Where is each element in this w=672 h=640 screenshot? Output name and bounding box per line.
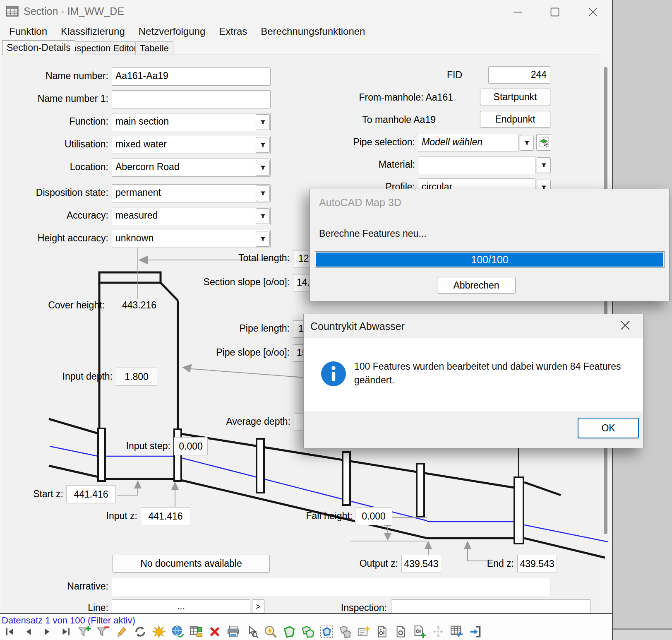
disposition-state-label: Disposition state: [8,187,108,198]
tab-section-details[interactable]: Section-Details [2,40,75,55]
info-dialog-close-icon[interactable] [617,318,633,333]
fid-field: 244 [488,66,550,84]
startpunkt-button[interactable]: Startpunkt [480,89,550,105]
progress-bar-track: 100/100 [315,251,665,268]
material-label: Material: [314,159,415,170]
utilisation-label: Utilisation: [8,139,108,150]
material-combo[interactable] [418,156,535,174]
filter-remove-icon[interactable] [96,625,110,638]
document-view-icon[interactable] [394,625,408,638]
total-length-label: Total length: [157,253,290,264]
function-label: Function: [8,116,108,127]
utilisation-combo[interactable]: mixed water [112,136,271,154]
record-status-text: Datensatz 1 von 100 (Filter aktiv) [2,615,135,626]
narrative-input[interactable] [112,578,550,596]
accuracy-combo[interactable]: measured [112,207,271,225]
end-z-box: 439.543 [517,555,557,573]
desktop-lower-strip [613,630,672,640]
location-combo[interactable]: Abercorn Road [112,159,271,177]
endpunkt-button[interactable]: Endpunkt [480,111,550,128]
function-combo[interactable]: main section [112,113,271,131]
globe-sync-icon[interactable] [171,625,184,638]
inspection-field[interactable] [391,599,591,613]
height-accuracy-label: Height accuracy: [8,233,108,244]
status-bar: Datensatz 1 von 100 (Filter aktiv) [0,613,612,640]
abbrechen-button[interactable]: Abbrechen [437,277,516,294]
record-next-icon[interactable] [41,625,54,638]
accuracy-dropdown-button[interactable] [256,208,270,224]
info-message: 100 Features wurden bearbeitet und dabei… [354,360,627,387]
fall-height-label: Fall height: [290,510,353,522]
height-accuracy-dropdown-button[interactable] [256,231,270,247]
feature-polygon-icon[interactable] [283,625,296,638]
input-step-box: 0.000 [174,437,208,455]
fid-label: FID [447,70,483,81]
utilisation-dropdown-button[interactable] [256,137,270,153]
location-label: Location: [8,161,108,173]
filter-add-icon[interactable] [78,625,91,638]
record-previous-icon[interactable] [22,625,35,638]
input-depth-box: 1.800 [116,368,157,386]
line-label: Line: [8,602,108,614]
name-number-input[interactable]: Aa161-Aa19 [112,67,271,86]
documents-button[interactable]: No documents available [113,555,270,573]
output-z-label: Output z: [348,558,398,569]
record-first-icon[interactable] [3,625,17,638]
inspection-label: Inspection: [286,602,387,614]
section-slope-label: Section slope [o/oo]: [157,277,290,288]
ok-button[interactable]: OK [578,418,639,438]
zoom-lightning-icon[interactable] [264,625,277,638]
edit-pencil-icon[interactable] [115,625,128,638]
form-fields-layer: Name number: Aa161-Aa19 Name number 1: F… [0,0,613,613]
table-settings-icon[interactable] [450,625,463,638]
input-step-label: Input step: [108,440,170,452]
progress-dialog: AutoCAD Map 3D Berechne Features neu... … [310,189,670,301]
pipe-slope-label: Pipe slope [o/oo]: [157,347,290,358]
note-create-icon[interactable] [357,625,370,638]
pipe-selection-combo[interactable]: Modell wählen [418,134,518,152]
input-z-label: Input z: [91,510,137,522]
material-dropdown-button[interactable] [537,157,551,173]
pipe-selection-label: Pipe selection: [314,137,415,148]
input-z-box: 441.416 [141,507,190,525]
copy-features-icon[interactable] [338,625,352,638]
pipe-selection-pick-button[interactable] [536,134,551,151]
location-dropdown-button[interactable] [256,160,270,176]
highlight-new-icon[interactable] [152,625,166,638]
record-last-icon[interactable] [59,625,72,638]
cover-height-value: 443.216 [122,300,156,311]
pipe-selection-dropdown-button[interactable] [520,135,534,151]
function-dropdown-button[interactable] [256,114,270,130]
print-icon[interactable] [227,625,240,638]
info-dialog: Countrykit Abwasser 100 Features wurden … [303,314,643,448]
document-add-icon[interactable] [413,625,426,638]
input-depth-label: Input depth: [33,371,113,382]
delete-icon[interactable] [208,625,221,638]
from-manhole-label: From-manhole: Aa161 [290,92,453,103]
table-layers-icon[interactable] [190,625,203,638]
progress-dialog-title: AutoCAD Map 3D [319,197,401,209]
document-stats-icon[interactable] [376,625,389,638]
progress-dialog-divider [310,215,669,215]
accuracy-label: Accuracy: [8,210,108,221]
fall-height-box: 0.000 [355,507,392,525]
name-number-1-label: Name number 1: [8,93,108,104]
name-number-label: Name number: [8,70,108,82]
select-inspect-icon[interactable] [245,625,259,638]
to-manhole-label: To manhole Aa19 [290,114,436,125]
name-number-1-input[interactable] [112,90,271,108]
feature-select-icon[interactable] [320,625,333,638]
start-z-label: Start z: [17,488,63,500]
feature-polygons-icon[interactable] [301,625,314,638]
progress-message: Berechne Features neu... [319,228,427,239]
narrative-label: Narrative: [8,581,108,592]
disposition-state-combo[interactable]: permanent [112,184,271,202]
disposition-state-dropdown-button[interactable] [256,185,270,201]
line-expand-button[interactable]: > [252,599,264,613]
align-disabled-icon[interactable] [432,625,445,638]
line-combo[interactable]: ... [112,599,250,613]
cover-height-label: Cover height: [25,300,105,311]
height-accuracy-combo[interactable]: unknown [112,230,271,248]
exit-form-icon[interactable] [469,625,482,638]
refresh-icon[interactable] [134,625,147,638]
